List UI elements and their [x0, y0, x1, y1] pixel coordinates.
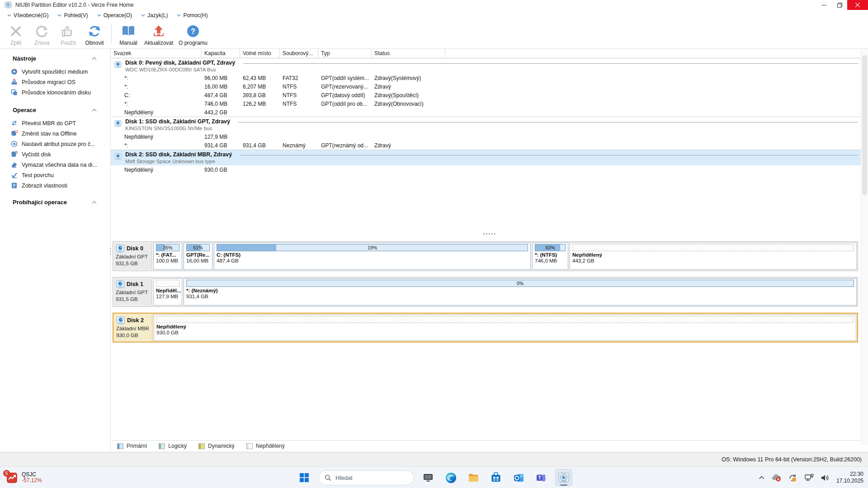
undo-button[interactable]: Zpět — [3, 21, 29, 48]
menu-jazyk[interactable]: Jazyk(L) — [137, 10, 172, 20]
sync-icon[interactable] — [788, 474, 797, 482]
disk1-group-header[interactable]: Disk 1: SSD disk, Základní GPT, Zdravý K… — [111, 117, 868, 132]
restore-button[interactable] — [832, 0, 847, 10]
sidebar-item-disk-clone[interactable]: Průvodce klonováním disku — [0, 87, 110, 98]
column-svazek[interactable]: Svazek — [111, 49, 202, 58]
disk0-label[interactable]: Disk 0 Základní GPT 931,5 GB — [114, 243, 152, 270]
dynamic-swatch — [198, 443, 205, 449]
close-button[interactable] — [847, 0, 868, 10]
search-icon — [325, 474, 331, 481]
hdd-icon — [116, 244, 125, 253]
ethernet-icon[interactable] — [804, 474, 814, 482]
section-probihajici-operace[interactable]: Probíhající operace — [0, 199, 110, 206]
disk2-group-header[interactable]: Disk 2: SSD disk, Základní MBR, Zdravý M… — [111, 150, 868, 165]
clock-date: 17.10.2025 — [836, 478, 863, 484]
toolbar-separator — [111, 24, 112, 44]
tray-chevron-up-icon[interactable] — [759, 476, 764, 479]
toolbar: Zpět Znova Použít Obnovit Manuál Aktuali… — [0, 20, 868, 49]
column-status[interactable]: Status — [372, 49, 445, 58]
teams-app-button[interactable]: T — [533, 469, 550, 486]
disk0-partition-c[interactable]: 19% C: (NTFS) 487,4 GB — [214, 243, 531, 270]
desktops-app-button[interactable] — [420, 469, 437, 486]
menu-pomoc[interactable]: Pomoc(H) — [172, 10, 212, 20]
chevron-up-icon — [92, 108, 97, 112]
apply-button[interactable]: Použít — [55, 21, 81, 48]
disk0-partition-recovery[interactable]: 83% *: (NTFS) 746,0 MB — [532, 243, 568, 270]
sidebar-item-os-migration[interactable]: Průvodce migrací OS — [0, 77, 110, 87]
start-button[interactable] — [296, 469, 313, 486]
os-info: OS: Windows 11 Pro 64-bit (Version:25H2,… — [722, 456, 862, 463]
column-typ[interactable]: Typ — [318, 49, 372, 58]
manual-button[interactable]: Manuál — [115, 21, 142, 48]
volume-icon[interactable] — [821, 474, 830, 482]
sidebar-item-readonly[interactable]: Nastavit atribut pouze pro č... — [0, 139, 110, 149]
svg-text:T: T — [538, 475, 541, 480]
sidebar-item-clean-disk[interactable]: Vyčistit disk — [0, 149, 110, 160]
disk2-label[interactable]: Disk 2 Základní MBR 930,0 GB — [114, 314, 152, 341]
outlook-app-button[interactable] — [510, 469, 527, 486]
surface-test-icon — [11, 172, 18, 178]
disk0-partition-fat[interactable]: 35% *: (FAT... 100,0 MB — [153, 243, 182, 270]
section-nastroje[interactable]: Nástroje — [0, 55, 110, 62]
edge-app-button[interactable] — [442, 469, 459, 486]
widgets-button[interactable]: 5 QSJC -57,12% — [6, 467, 42, 488]
vertical-scrollbar[interactable] — [861, 49, 868, 445]
disk-icon — [114, 61, 122, 68]
legend-primary: Primární — [117, 443, 147, 449]
disk0-partition-reserved[interactable]: 61% GPT(Re... 16,00 MB — [184, 243, 212, 270]
manual-icon — [121, 25, 136, 38]
column-souborovy[interactable]: Souborový... — [280, 49, 318, 58]
outlook-icon — [513, 472, 524, 483]
menu-pohled[interactable]: Pohled(V) — [53, 10, 92, 20]
sidebar-item-surface-test[interactable]: Test povrchu — [0, 170, 110, 180]
sidebar-item-boot-media[interactable]: Vytvořit spouštěcí médium — [0, 66, 110, 77]
chevron-up-icon — [92, 57, 97, 60]
disk1-unallocated[interactable]: Nepřiděl... 127,9 MB — [153, 278, 182, 305]
sidebar-item-offline[interactable]: Změnit stav na Offline — [0, 128, 110, 139]
section-operace[interactable]: Operace — [0, 107, 110, 113]
hdd-icon — [116, 280, 125, 289]
taskbar-clock[interactable]: 22:30 17.10.2025 — [836, 471, 863, 484]
sidebar-item-properties[interactable]: Zobrazit vlastnosti — [0, 180, 110, 191]
chevron-down-icon — [7, 14, 11, 17]
minimize-button[interactable] — [816, 0, 832, 10]
unallocated-swatch — [246, 443, 253, 449]
update-button[interactable]: Aktualizovat — [142, 21, 176, 48]
apply-icon — [61, 25, 75, 38]
app-icon — [5, 1, 12, 9]
volume-row[interactable]: Nepřidělený930,0 GB — [111, 165, 868, 174]
scrollbar-thumb[interactable] — [862, 55, 867, 195]
menu-operace[interactable]: Operace(O) — [93, 10, 137, 20]
volume-row[interactable]: *:96,00 MB62,43 MBFAT32GPT(oddíl systém.… — [111, 74, 868, 82]
volume-row[interactable]: Nepřidělený127,9 MB — [111, 132, 868, 141]
disk0-group-header[interactable]: Disk 0: Pevný disk, Základní GPT, Zdravý… — [111, 58, 868, 74]
sidebar-item-convert-mbr-gpt[interactable]: Převést MBR do GPT — [0, 118, 110, 128]
menu-bar: Všeobecné(G) Pohled(V) Operace(O) Jazyk(… — [0, 10, 868, 20]
wipe-data-icon — [11, 161, 18, 168]
chevron-down-icon — [57, 14, 61, 17]
store-app-button[interactable] — [487, 469, 505, 486]
menu-vseobecne[interactable]: Všeobecné(G) — [3, 10, 53, 20]
volume-row[interactable]: *:931,4 GB931,4 GBNeznámýGPT(neznámý od.… — [111, 141, 868, 150]
disk1-map: Disk 1 Základní GPT 931,5 GB Nepřiděl...… — [113, 277, 858, 307]
column-volne-misto[interactable]: Volné místo — [240, 49, 280, 58]
disk2-unallocated[interactable]: Nepřidělený 930,0 GB — [154, 314, 856, 341]
niubi-app-button[interactable] — [555, 469, 572, 486]
sidebar-item-wipe-data[interactable]: Vymazat všechna data na di... — [0, 160, 110, 170]
about-button[interactable]: ? O programu — [176, 21, 210, 48]
volume-row[interactable]: Nepřidělený443,2 GB — [111, 108, 868, 117]
disk0-unallocated[interactable]: Nepřidělený 443,2 GB — [570, 243, 857, 270]
disk1-label[interactable]: Disk 1 Základní GPT 931,5 GB — [114, 278, 152, 305]
disk1-partition-unknown[interactable]: 0% *: (Neznámý) 931,4 GB — [184, 278, 857, 305]
volume-row[interactable]: *:16,00 MB6,207 MBNTFSGPT(rezervovaný...… — [111, 82, 868, 91]
taskbar-search[interactable]: Hledat — [318, 470, 414, 485]
volume-row[interactable]: *:746,0 MB126,2 MBNTFSGPT(oddíl pro ob..… — [111, 99, 868, 108]
file-explorer-button[interactable] — [465, 469, 482, 486]
onedrive-error-icon[interactable] — [771, 474, 781, 482]
redo-button[interactable]: Znova — [29, 21, 55, 48]
column-kapacita[interactable]: Kapacita — [202, 49, 240, 58]
stock-change: -57,12% — [22, 478, 42, 483]
refresh-button[interactable]: Obnovit — [81, 21, 108, 48]
volume-row[interactable]: C:487,4 GB393,8 GBNTFSGPT(datový oddíl)Z… — [111, 91, 868, 99]
pane-splitter[interactable] — [111, 231, 868, 236]
